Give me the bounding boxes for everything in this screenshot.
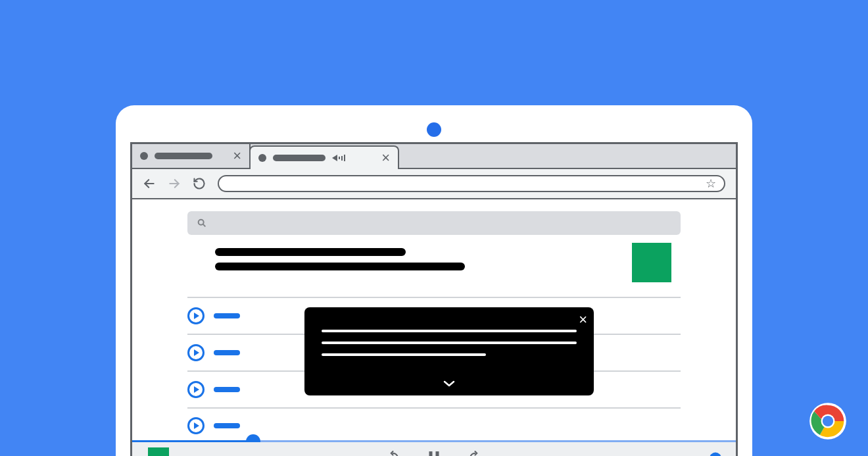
pause-button[interactable]: [429, 451, 439, 456]
player-bar: [132, 442, 736, 456]
page-heading: [215, 248, 465, 270]
toast-text-line: [322, 330, 577, 332]
fast-forward-button[interactable]: [468, 451, 483, 456]
notification-toast: ×: [304, 307, 594, 395]
search-icon: [197, 218, 207, 228]
track-title: [214, 423, 240, 428]
browser-tab-2[interactable]: ×: [249, 145, 399, 169]
audio-playing-icon[interactable]: [332, 155, 345, 161]
album-art: [632, 243, 671, 282]
svg-point-6: [823, 416, 833, 426]
browser-toolbar: ☆: [132, 169, 736, 199]
tab-strip: × ×: [132, 144, 736, 169]
track-title: [214, 313, 240, 318]
page-content: ×: [132, 199, 736, 456]
camera-dot: [427, 122, 441, 137]
svg-point-2: [199, 220, 204, 225]
reload-button[interactable]: [193, 177, 206, 190]
browser-window: × × ☆: [130, 142, 738, 456]
bookmark-star-icon[interactable]: ☆: [706, 178, 716, 190]
forward-button[interactable]: [168, 177, 181, 190]
close-tab-icon[interactable]: ×: [233, 149, 241, 163]
tab-favicon-icon: [140, 152, 148, 160]
track-title: [214, 387, 240, 392]
play-button[interactable]: [187, 417, 205, 434]
tab-title: [273, 155, 326, 161]
laptop-frame: × × ☆: [116, 105, 752, 456]
chrome-logo-icon: [809, 402, 847, 440]
close-tab-icon[interactable]: ×: [381, 151, 390, 165]
chevron-down-icon[interactable]: [443, 378, 456, 390]
browser-tab-1[interactable]: ×: [132, 144, 251, 168]
heading-line: [215, 263, 465, 270]
track-row[interactable]: [187, 407, 681, 444]
play-button[interactable]: [187, 344, 205, 361]
svg-line-3: [203, 224, 206, 227]
toast-text-line: [322, 353, 486, 356]
back-button[interactable]: [143, 177, 156, 190]
play-button[interactable]: [187, 307, 205, 324]
rewind-button[interactable]: [386, 451, 400, 456]
tab-title: [155, 153, 212, 159]
address-bar[interactable]: ☆: [218, 175, 725, 192]
track-title: [214, 350, 240, 355]
play-button[interactable]: [187, 381, 205, 398]
tab-favicon-icon: [258, 154, 266, 162]
toast-text-line: [322, 342, 577, 344]
close-icon[interactable]: ×: [579, 313, 587, 327]
heading-line: [215, 248, 406, 256]
volume-knob[interactable]: [710, 452, 721, 456]
search-input[interactable]: [187, 211, 681, 235]
now-playing-art: [148, 447, 169, 456]
